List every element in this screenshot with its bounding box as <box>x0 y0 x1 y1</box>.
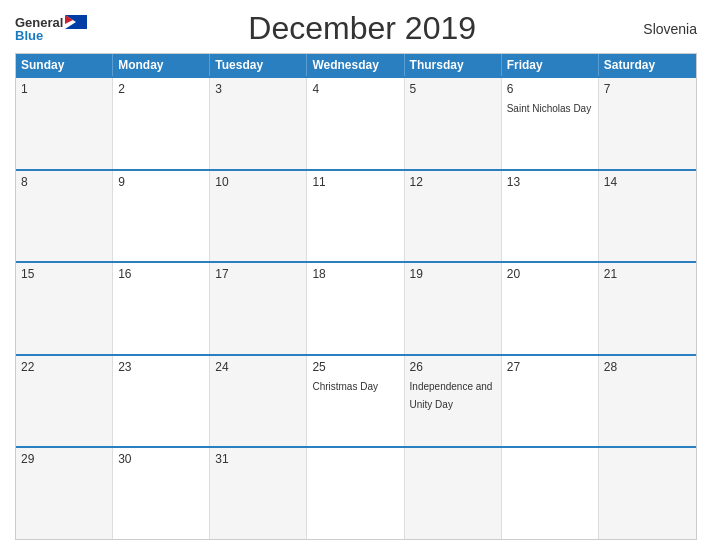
cell-20: 20 <box>502 263 599 354</box>
cell-empty-3 <box>502 448 599 539</box>
cell-25: 25 Christmas Day <box>307 356 404 447</box>
calendar: Sunday Monday Tuesday Wednesday Thursday… <box>15 53 697 540</box>
logo: General Blue <box>15 15 87 42</box>
week-3: 15 16 17 18 19 20 21 <box>16 261 696 354</box>
calendar-title: December 2019 <box>87 10 637 47</box>
cell-8: 8 <box>16 171 113 262</box>
cell-11: 11 <box>307 171 404 262</box>
cell-26: 26 Independence and Unity Day <box>405 356 502 447</box>
cell-13: 13 <box>502 171 599 262</box>
page: General Blue December 2019 Slovenia Sund… <box>0 0 712 550</box>
cell-5: 5 <box>405 78 502 169</box>
cell-31: 31 <box>210 448 307 539</box>
week-1: 1 2 3 4 5 6 Saint Nicholas Day <box>16 76 696 169</box>
cell-14: 14 <box>599 171 696 262</box>
header-sunday: Sunday <box>16 54 113 76</box>
cell-23: 23 <box>113 356 210 447</box>
cell-24: 24 <box>210 356 307 447</box>
week-2: 8 9 10 11 12 13 14 <box>16 169 696 262</box>
cell-18: 18 <box>307 263 404 354</box>
cell-10: 10 <box>210 171 307 262</box>
logo-flag-icon <box>65 15 87 29</box>
cell-22: 22 <box>16 356 113 447</box>
week-4: 22 23 24 25 Christmas Day 26 Independenc… <box>16 354 696 447</box>
cell-empty-1 <box>307 448 404 539</box>
cell-19: 19 <box>405 263 502 354</box>
cell-17: 17 <box>210 263 307 354</box>
cell-6: 6 Saint Nicholas Day <box>502 78 599 169</box>
cell-9: 9 <box>113 171 210 262</box>
cell-1: 1 <box>16 78 113 169</box>
cell-empty-4 <box>599 448 696 539</box>
header-thursday: Thursday <box>405 54 502 76</box>
cell-15: 15 <box>16 263 113 354</box>
calendar-body: 1 2 3 4 5 6 Saint Nicholas Day <box>16 76 696 539</box>
week-5: 29 30 31 <box>16 446 696 539</box>
cell-29: 29 <box>16 448 113 539</box>
cell-empty-2 <box>405 448 502 539</box>
country-label: Slovenia <box>637 21 697 37</box>
cell-21: 21 <box>599 263 696 354</box>
header-friday: Friday <box>502 54 599 76</box>
header-monday: Monday <box>113 54 210 76</box>
cell-7: 7 <box>599 78 696 169</box>
cell-16: 16 <box>113 263 210 354</box>
header: General Blue December 2019 Slovenia <box>15 10 697 47</box>
header-tuesday: Tuesday <box>210 54 307 76</box>
cell-30: 30 <box>113 448 210 539</box>
cell-2: 2 <box>113 78 210 169</box>
cell-27: 27 <box>502 356 599 447</box>
cell-28: 28 <box>599 356 696 447</box>
header-saturday: Saturday <box>599 54 696 76</box>
header-wednesday: Wednesday <box>307 54 404 76</box>
cell-4: 4 <box>307 78 404 169</box>
logo-general-text: General <box>15 16 63 29</box>
cell-12: 12 <box>405 171 502 262</box>
logo-blue-text: Blue <box>15 29 87 42</box>
cell-3: 3 <box>210 78 307 169</box>
calendar-header-row: Sunday Monday Tuesday Wednesday Thursday… <box>16 54 696 76</box>
